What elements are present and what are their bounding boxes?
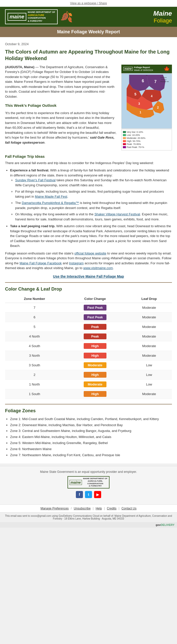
fb-foliage-link[interactable]: Maine Fall Foliage Facebook: [19, 261, 62, 265]
zone-cell: 1 North: [5, 379, 64, 389]
twitter-icon[interactable]: t: [85, 491, 92, 498]
trip-item-road: Take a leaf peeping road trip. With autu…: [10, 224, 172, 248]
color-badge: Peak: [84, 324, 106, 330]
color-badge: Peak: [84, 333, 106, 339]
sep3: |: [104, 507, 105, 510]
article-title: The Colors of Autumn are Appearing Throu…: [5, 48, 172, 62]
maple-fest-link[interactable]: Maine Maple Fall Fest: [35, 195, 67, 198]
footer-maine-text: maine: [70, 480, 82, 485]
leaf-drop-cell: Moderate: [126, 389, 172, 399]
contact-us-link[interactable]: Contact Us: [121, 507, 136, 510]
dept-line1: MAINE DEPARTMENT OF: [28, 11, 55, 14]
legend-peak-label: Peak: 70-95%: [127, 143, 141, 145]
foliage-logo: Maine Foliage: [153, 10, 172, 24]
table-row: 3 NorthHighModerate: [5, 351, 172, 360]
dept-text: MAINE DEPARTMENT OF AGRICULTURE CONSERVA…: [28, 11, 55, 23]
footer-govt: Maine State Government is an equal oppor…: [0, 466, 177, 504]
legend-moderate-label: Moderate: 20-50%: [127, 137, 145, 139]
manage-prefs-link[interactable]: Manage Preferences: [40, 507, 69, 510]
shaker-link[interactable]: Shaker Village Harvest Festival: [94, 212, 140, 216]
trip-road-bold: Take a leaf peeping road trip.: [10, 224, 55, 228]
outlook-quote: 'It's the perfect time to experience the…: [5, 111, 116, 140]
color-cell: Past Peak: [64, 312, 126, 322]
trip-item-festival: Experience a fall festival. With a lineu…: [10, 168, 172, 222]
sep4: |: [119, 507, 120, 510]
color-badge: High: [84, 353, 106, 358]
legend-moderate-color: [123, 137, 126, 139]
foliage-table: Zone Number Color Change Leaf Drop 7Past…: [5, 295, 172, 399]
color-cell: Peak: [64, 331, 126, 341]
interactive-map-link[interactable]: Use the Interactive Maine Fall Foliage M…: [53, 274, 124, 278]
table-row: 3 SouthModerateLow: [5, 360, 172, 370]
foliage-maine-word: Maine: [153, 10, 172, 17]
color-badge: Moderate: [84, 362, 106, 368]
article-dateline: (AUGUSTA, Maine): [5, 65, 34, 69]
north-label: N: [146, 74, 147, 76]
footer-maine-logo: maine MAINE DEPARTMENT OFAGRICULTURE,CON…: [68, 476, 109, 488]
color-cell: Moderate: [64, 379, 126, 389]
zone-list-item: Zone 4: Eastern Mid-Maine, including Hou…: [10, 434, 172, 440]
zone1-label: 1: [140, 111, 141, 114]
zone-list-item: Zone 7: Northeastern Maine, including Fo…: [10, 453, 172, 458]
zone4-label: 4: [151, 94, 152, 98]
legend-low: Low: 10-20%: [123, 134, 170, 136]
interactive-map-link-container: Use the Interactive Maine Fall Foliage M…: [5, 274, 172, 278]
youtube-icon[interactable]: ▶: [94, 491, 101, 498]
zone-cell: 5: [5, 322, 64, 331]
leaf-decoration: 🍂: [60, 11, 73, 23]
table-row: 2HighLow: [5, 370, 172, 379]
report-title: Maine Foliage Weekly Report: [57, 29, 120, 34]
foliage-report-date: Week of 30/9/2024: [134, 69, 153, 72]
zone2-label: 2: [157, 106, 159, 109]
instagram-link[interactable]: Instagram: [69, 261, 84, 265]
zone-cell: 4 South: [5, 341, 64, 351]
dept-line3: CONSERVATION: [28, 17, 55, 20]
color-badge: High: [84, 391, 106, 397]
zone-cell: 3 South: [5, 360, 64, 370]
zone-cell: 3 North: [5, 351, 64, 360]
help-link[interactable]: Help: [96, 507, 102, 510]
official-foliage-link[interactable]: official foliage website: [74, 251, 106, 255]
legend-low-label: Low: 10-20%: [127, 134, 140, 136]
sunday-river-link[interactable]: Sunday River's Fall Festival: [15, 178, 56, 182]
table-body: 7Past PeakModerate6Past PeakModerate5Pea…: [5, 303, 172, 399]
footer-disclaimer: This email was sent to xxxxx@gmail.com u…: [0, 512, 177, 522]
visitmaine-link[interactable]: www.visitmaine.com: [83, 266, 113, 270]
legend-past-peak: Past Peak: 75+%: [123, 146, 170, 148]
trip-heading: Fall Foliage Trip Ideas: [5, 154, 172, 159]
zones-title: Foliage Zones: [5, 408, 172, 414]
credits-link[interactable]: Credits: [107, 507, 117, 510]
table-row: 7Past PeakModerate: [5, 303, 172, 312]
zone3-label: 3: [138, 102, 140, 106]
leaf-drop-cell: Low: [126, 379, 172, 389]
legend-high: High: 50-70%: [123, 140, 170, 142]
pumpkinfest-link[interactable]: Damariscotta Pumpkinfest & Regatta™: [22, 201, 79, 205]
outlook-heading: This Week's Foliage Outlook: [5, 103, 118, 109]
zone5-label: 5: [135, 92, 137, 96]
map-header-logo: maine: [123, 67, 133, 71]
section-divider: [5, 282, 172, 283]
facebook-icon[interactable]: f: [76, 491, 83, 498]
color-badge: Moderate: [84, 381, 106, 387]
table-row: 4 SouthHighModerate: [5, 341, 172, 351]
unsubscribe-link[interactable]: Unsubscribe: [74, 507, 91, 510]
col-leaf: Leaf Drop: [126, 295, 172, 303]
sep2: |: [93, 507, 94, 510]
map-leaf-icon: 🍁: [164, 66, 170, 72]
legend-peak: Peak: 70-95%: [123, 143, 170, 145]
social-icons: f t ▶: [5, 491, 172, 498]
zone6-label: 6: [142, 79, 144, 83]
zone-cell: 6: [5, 312, 64, 322]
maine-logo-text: maine: [8, 13, 26, 21]
dept-line4: & FORESTRY: [28, 20, 55, 23]
legend-peak-color: [123, 143, 126, 145]
article-date: October 9, 2024: [5, 42, 172, 46]
govdelivery-bar: govDELIVERY: [0, 522, 177, 528]
leaf-drop-cell: Moderate: [126, 351, 172, 360]
share-para: Foliage season enthusiasts can visit the…: [5, 251, 172, 271]
legend-very-low: Very low: 0-10%: [123, 131, 170, 133]
article-body-intro: — The Department of Agriculture, Conserv…: [5, 65, 115, 98]
leaf-drop-cell: Moderate: [126, 322, 172, 331]
foliage-map-box: maine Foliage Report Week of 30/9/2024 🍁: [121, 65, 172, 150]
view-webpage-link[interactable]: View as a webpage / Share: [70, 2, 107, 5]
